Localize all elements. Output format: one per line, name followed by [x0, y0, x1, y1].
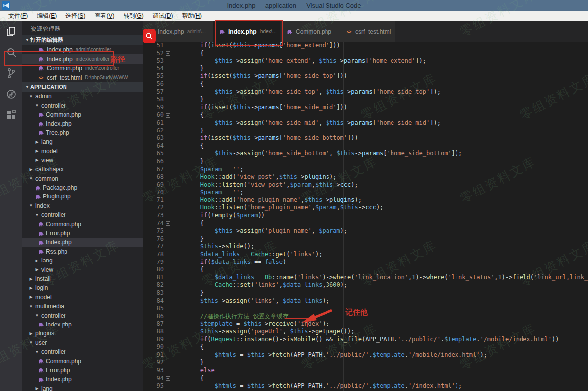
tree-item-user[interactable]: ▼user: [22, 338, 143, 347]
fold-icon[interactable]: −: [166, 376, 170, 381]
code-lines[interactable]: 51 if(isset($this->params['home_extend']…: [143, 42, 588, 391]
open-editor-item[interactable]: <>csrf_test.htmlD:\phpStudy\WWW: [22, 73, 143, 82]
code-line[interactable]: 57 $this->assign('home_side_top', $this-…: [143, 88, 588, 96]
tree-item-index[interactable]: ▼index: [22, 201, 143, 210]
tree-item-plugin-php[interactable]: Plugin.php: [22, 192, 143, 201]
fold-icon[interactable]: −: [166, 113, 170, 118]
tree-item-lang[interactable]: ▶lang: [22, 137, 143, 146]
code-line[interactable]: 63 if(isset($this->params['home_side_bot…: [143, 134, 588, 142]
code-line[interactable]: 94− {: [143, 375, 588, 383]
tree-item-admin[interactable]: ▼admin: [22, 92, 143, 101]
tree-item-tree-php[interactable]: Tree.php: [22, 129, 143, 137]
tree-item-multimedia[interactable]: ▼multimedia: [22, 302, 143, 311]
code-line[interactable]: 92 }: [143, 359, 588, 367]
fold-icon[interactable]: −: [166, 221, 170, 226]
code-line[interactable]: 81 $data_links = Db::name('links')->wher…: [143, 274, 588, 282]
code-line[interactable]: 51 if(isset($this->params['home_extend']…: [143, 42, 588, 50]
code-line[interactable]: 77 $this->slide();: [143, 243, 588, 251]
tree-item-common-php[interactable]: Common.php: [22, 219, 143, 228]
tree-item-catfishajax[interactable]: ▶catfishajax: [22, 165, 143, 174]
explorer-icon[interactable]: [0, 21, 22, 42]
debug-icon[interactable]: [0, 84, 22, 105]
extensions-icon[interactable]: [0, 105, 22, 126]
tree-item-common[interactable]: ▼common: [22, 174, 143, 183]
code-line[interactable]: 66 }: [143, 158, 588, 166]
code-line[interactable]: 59 if(isset($this->params['home_side_mid…: [143, 104, 588, 112]
code-line[interactable]: 68 Hook::add('view_post',$this->plugins)…: [143, 173, 588, 181]
code-line[interactable]: 62 }: [143, 127, 588, 135]
menu-item-f[interactable]: 文件(F): [4, 12, 32, 20]
tree-item-view[interactable]: ▶view: [22, 265, 143, 274]
code-line[interactable]: 55 if(isset($this->params['home_side_top…: [143, 72, 588, 80]
menu-item-h[interactable]: 帮助(H): [177, 12, 206, 20]
code-line[interactable]: 91 $htmls = $this->fetch(APP_PATH.'../pu…: [143, 351, 588, 359]
code-line[interactable]: 60− {: [143, 111, 588, 119]
tree-item-model[interactable]: ▶model: [22, 146, 143, 155]
code-line[interactable]: 65 $this->assign('home_side_bottom', $th…: [143, 150, 588, 158]
menu-item-e[interactable]: 编辑(E): [32, 12, 61, 20]
menu-item-v[interactable]: 查看(V): [90, 12, 119, 20]
code-line[interactable]: 61 $this->assign('home_side_mid', $this-…: [143, 119, 588, 127]
code-line[interactable]: 75 $this->assign('plugin_name', $param);: [143, 227, 588, 235]
code-line[interactable]: 53 $this->assign('home_extend', $this->p…: [143, 57, 588, 65]
open-editors-header[interactable]: ▼ 打开的编辑器: [22, 35, 143, 45]
tree-item-controller[interactable]: ▼controller: [22, 101, 143, 110]
fold-icon[interactable]: −: [166, 144, 170, 148]
source-control-icon[interactable]: [0, 63, 22, 84]
tree-item-index-php[interactable]: Index.php: [22, 320, 143, 329]
code-line[interactable]: 71 Hook::add('home_plugin_name',$this->p…: [143, 196, 588, 204]
code-line[interactable]: 79 if($data_links == false): [143, 259, 588, 266]
tab-csrf_test-html[interactable]: <>csrf_test.html: [340, 21, 396, 42]
code-line[interactable]: 88 $this->assign('pageUrl', $this->getpa…: [143, 328, 588, 336]
tree-item-login[interactable]: ▶login: [22, 283, 143, 292]
code-line[interactable]: 83 }: [143, 289, 588, 297]
menu-item-d[interactable]: 调试(D): [148, 12, 178, 20]
tree-item-plugins[interactable]: ▶plugins: [22, 329, 143, 338]
tree-item-lang[interactable]: ▶lang: [22, 256, 143, 265]
menu-item-g[interactable]: 转到(G): [119, 12, 148, 20]
code-line[interactable]: 69 Hook::listen('view_post',$param,$this…: [143, 181, 588, 189]
fold-icon[interactable]: −: [166, 268, 170, 272]
code-line[interactable]: 95 $htmls = $this->fetch(APP_PATH.'../pu…: [143, 382, 588, 390]
fold-icon[interactable]: −: [166, 345, 170, 349]
tree-item-install[interactable]: ▶install: [22, 274, 143, 283]
code-line[interactable]: 74− {: [143, 220, 588, 228]
application-section-header[interactable]: ▼ APPLICATION: [22, 82, 143, 92]
code-line[interactable]: 56− {: [143, 80, 588, 88]
fold-icon[interactable]: −: [166, 82, 170, 86]
code-line[interactable]: 67 $param = '';: [143, 166, 588, 174]
code-line[interactable]: 82 Cache::set('links',$data_links,3600);: [143, 281, 588, 289]
tree-item-rss-php[interactable]: Rss.php: [22, 247, 143, 256]
tree-item-view[interactable]: ▶view: [22, 156, 143, 165]
tree-item-common-php[interactable]: Common.php: [22, 356, 143, 365]
tree-item-index-php[interactable]: Index.php: [22, 119, 143, 128]
tree-item-index-php[interactable]: Index.php: [22, 375, 143, 384]
code-line[interactable]: 52− {: [143, 50, 588, 58]
tree-item-package-php[interactable]: Package.php: [22, 183, 143, 192]
code-line[interactable]: 89 if(Request::instance()->isMobile() &&…: [143, 336, 588, 344]
menu-item-s[interactable]: 选择(S): [61, 12, 90, 20]
code-line[interactable]: 90− {: [143, 343, 588, 351]
code-line[interactable]: 80− {: [143, 266, 588, 274]
tree-item-error-php[interactable]: Error.php: [22, 366, 143, 375]
code-line[interactable]: 76 }: [143, 235, 588, 243]
code-line[interactable]: 93 else: [143, 367, 588, 375]
code-line[interactable]: 84 $this->assign('links', $data_links);: [143, 297, 588, 305]
tree-item-controller[interactable]: ▼controller: [22, 210, 143, 219]
fold-icon[interactable]: −: [166, 51, 170, 56]
code-line[interactable]: 54 }: [143, 65, 588, 73]
code-line[interactable]: 78 $data_links = Cache::get('links');: [143, 251, 588, 259]
code-line[interactable]: 72 Hook::listen('home_plugin_name',$para…: [143, 204, 588, 212]
tree-item-common-php[interactable]: Common.php: [22, 110, 143, 119]
code-line[interactable]: 70 $param = '';: [143, 189, 588, 196]
tree-item-error-php[interactable]: Error.php: [22, 229, 143, 238]
code-line[interactable]: 64− {: [143, 142, 588, 150]
tree-item-controller[interactable]: ▼controller: [22, 311, 143, 320]
tab-common-php[interactable]: Common.php: [281, 21, 340, 42]
tree-item-controller[interactable]: ▼controller: [22, 347, 143, 356]
code-line[interactable]: 87 $template = $this->receive('index');: [143, 320, 588, 328]
tree-item-lang[interactable]: ▶lang: [22, 384, 143, 391]
tree-item-model[interactable]: ▶model: [22, 293, 143, 302]
code-line[interactable]: 58 }: [143, 96, 588, 104]
code-line[interactable]: 73 if(!empty($param)): [143, 212, 588, 220]
